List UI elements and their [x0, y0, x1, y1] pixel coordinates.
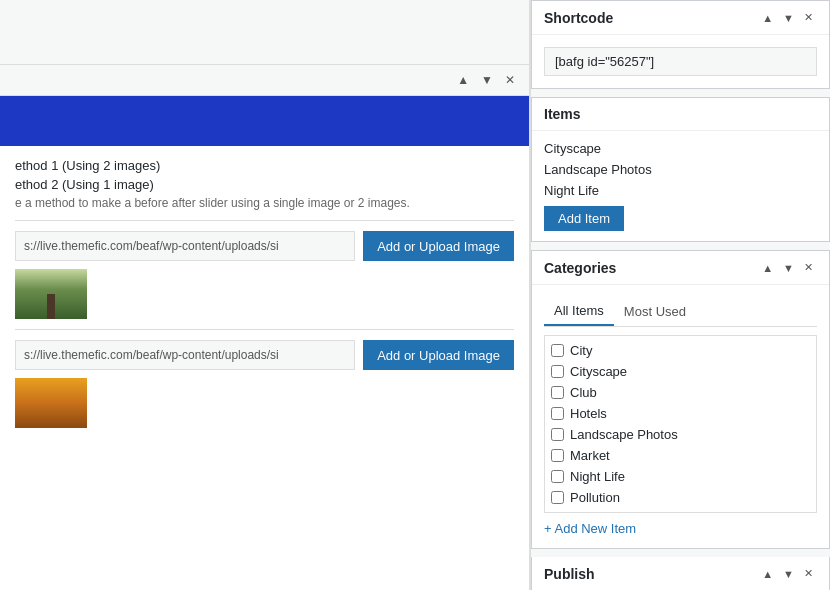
cat-label-city: City	[570, 343, 592, 358]
cat-label-pollution: Pollution	[570, 490, 620, 505]
cat-checkbox-cityscape[interactable]	[551, 365, 564, 378]
categories-tabs: All Items Most Used	[544, 297, 817, 327]
tab-all-items[interactable]: All Items	[544, 297, 614, 326]
items-title: Items	[544, 106, 581, 122]
thumbnail-2	[15, 378, 87, 428]
cityscape-label: Cityscape	[544, 141, 817, 156]
cat-label-landscape: Landscape Photos	[570, 427, 678, 442]
categories-down-btn[interactable]: ▼	[779, 260, 798, 276]
categories-header-actions: ▲ ▼ ✕	[758, 259, 817, 276]
shortcode-title: Shortcode	[544, 10, 613, 26]
shortcode-widget: Shortcode ▲ ▼ ✕	[531, 0, 830, 89]
categories-up-btn[interactable]: ▲	[758, 260, 777, 276]
shortcode-body	[532, 35, 829, 88]
close-section-btn[interactable]: ✕	[501, 71, 519, 89]
method1-label: ethod 1 (Using 2 images)	[15, 158, 514, 173]
content-area: ethod 1 (Using 2 images) ethod 2 (Using …	[0, 146, 529, 448]
collapse-down-btn[interactable]: ▼	[477, 71, 497, 89]
right-panel: Shortcode ▲ ▼ ✕ Items Cityscape Landscap…	[530, 0, 830, 590]
tab-most-used[interactable]: Most Used	[614, 297, 696, 326]
cat-item-cityscape: Cityscape	[551, 361, 810, 382]
collapse-up-btn[interactable]: ▲	[453, 71, 473, 89]
publish-down-btn[interactable]: ▼	[779, 566, 798, 582]
cat-checkbox-landscape[interactable]	[551, 428, 564, 441]
blue-header-bar	[0, 96, 529, 146]
shortcode-up-btn[interactable]: ▲	[758, 10, 777, 26]
left-panel: ▲ ▼ ✕ ethod 1 (Using 2 images) ethod 2 (…	[0, 0, 530, 590]
categories-title: Categories	[544, 260, 616, 276]
items-body: Cityscape Landscape Photos Night Life Ad…	[532, 131, 829, 241]
cat-checkbox-hotels[interactable]	[551, 407, 564, 420]
items-widget: Items Cityscape Landscape Photos Night L…	[531, 97, 830, 242]
thumbnail-row-2	[15, 378, 514, 428]
items-header: Items	[532, 98, 829, 131]
cat-checkbox-city[interactable]	[551, 344, 564, 357]
categories-body: All Items Most Used City Cityscape Club	[532, 285, 829, 548]
publish-up-btn[interactable]: ▲	[758, 566, 777, 582]
cat-checkbox-market[interactable]	[551, 449, 564, 462]
categories-header: Categories ▲ ▼ ✕	[532, 251, 829, 285]
shortcode-input[interactable]	[544, 47, 817, 76]
cat-label-nightlife: Night Life	[570, 469, 625, 484]
publish-header: Publish ▲ ▼ ✕	[532, 557, 829, 590]
cat-item-pollution: Pollution	[551, 487, 810, 508]
cat-item-landscape: Landscape Photos	[551, 424, 810, 445]
thumbnail-row-1	[15, 269, 514, 319]
method2-label: ethod 2 (Using 1 image)	[15, 177, 514, 192]
upload-btn-1[interactable]: Add or Upload Image	[363, 231, 514, 261]
publish-widget: Publish ▲ ▼ ✕ Preview Changes	[531, 557, 830, 590]
image-row-2: Add or Upload Image	[15, 340, 514, 370]
shortcode-header: Shortcode ▲ ▼ ✕	[532, 1, 829, 35]
thumbnail-1	[15, 269, 87, 319]
publish-header-actions: ▲ ▼ ✕	[758, 565, 817, 582]
section-header: ▲ ▼ ✕	[0, 65, 529, 96]
categories-close-btn[interactable]: ✕	[800, 259, 817, 276]
cat-item-market: Market	[551, 445, 810, 466]
add-item-btn[interactable]: Add Item	[544, 206, 624, 231]
publish-close-btn[interactable]: ✕	[800, 565, 817, 582]
upload-btn-2[interactable]: Add or Upload Image	[363, 340, 514, 370]
cat-label-market: Market	[570, 448, 610, 463]
cat-checkbox-pollution[interactable]	[551, 491, 564, 504]
divider2	[15, 329, 514, 330]
publish-title: Publish	[544, 566, 595, 582]
top-bar	[0, 0, 529, 65]
cat-label-hotels: Hotels	[570, 406, 607, 421]
nightlife-label: Night Life	[544, 183, 817, 198]
image-url-input-2[interactable]	[15, 340, 355, 370]
cat-label-cityscape: Cityscape	[570, 364, 627, 379]
add-new-item-link[interactable]: + Add New Item	[544, 521, 817, 536]
shortcode-header-actions: ▲ ▼ ✕	[758, 9, 817, 26]
cat-checkbox-club[interactable]	[551, 386, 564, 399]
cat-item-club: Club	[551, 382, 810, 403]
image-url-input-1[interactable]	[15, 231, 355, 261]
divider1	[15, 220, 514, 221]
shortcode-close-btn[interactable]: ✕	[800, 9, 817, 26]
cat-label-club: Club	[570, 385, 597, 400]
description-text: e a method to make a before after slider…	[15, 196, 514, 210]
landscape-label: Landscape Photos	[544, 162, 817, 177]
cat-item-city: City	[551, 340, 810, 361]
cat-item-nightlife: Night Life	[551, 466, 810, 487]
cat-checkbox-nightlife[interactable]	[551, 470, 564, 483]
categories-list: City Cityscape Club Hotels Landscape Pho…	[544, 335, 817, 513]
image-row-1: Add or Upload Image	[15, 231, 514, 261]
shortcode-down-btn[interactable]: ▼	[779, 10, 798, 26]
cat-item-hotels: Hotels	[551, 403, 810, 424]
categories-widget: Categories ▲ ▼ ✕ All Items Most Used Cit…	[531, 250, 830, 549]
